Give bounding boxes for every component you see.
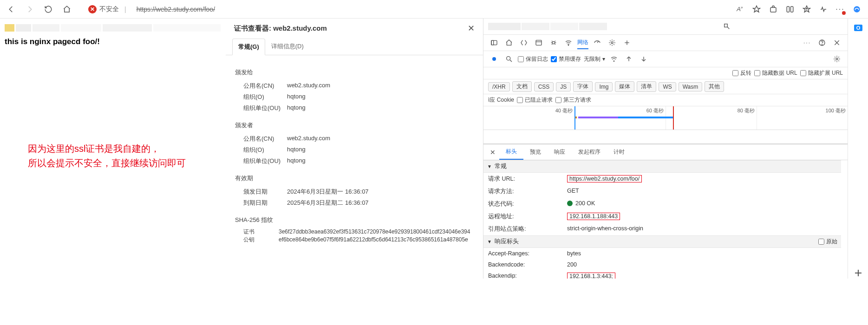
network-conditions-icon[interactable] <box>608 53 620 65</box>
network-panel-tab[interactable]: 网络 <box>577 39 588 49</box>
details-tab-timing[interactable]: 计时 <box>607 144 631 160</box>
sidebar-add-icon[interactable] <box>853 267 864 279</box>
tab-details[interactable]: 详细信息(D) <box>265 38 310 55</box>
close-icon[interactable]: ✕ <box>468 23 475 33</box>
copilot-button[interactable] <box>849 2 864 17</box>
reload-button[interactable] <box>41 2 56 17</box>
filter-img[interactable]: Img <box>595 82 613 91</box>
forward-button[interactable] <box>22 2 37 17</box>
details-close-icon[interactable]: ✕ <box>486 149 499 156</box>
disable-cache-checkbox[interactable]: 禁用缓存 <box>551 55 581 63</box>
request-method-value: GET <box>567 188 836 195</box>
invert-checkbox[interactable]: 反转 <box>732 69 751 77</box>
status-dot-icon <box>567 201 573 206</box>
third-party-checkbox[interactable]: 第三方请求 <box>555 96 591 104</box>
details-tab-headers[interactable]: 标头 <box>499 144 523 160</box>
home-button[interactable] <box>59 2 74 17</box>
annotation-note: 因为这里的ssl证书是我自建的， 所以会提示不安全，直接继续访问即可 <box>28 142 186 170</box>
certificate-viewer: 证书查看器: web2.study.com ✕ 常规(G) 详细信息(D) 颁发… <box>225 19 483 279</box>
response-headers-section[interactable]: ▼响应标头 原始 <box>483 235 841 248</box>
hide-ext-url-checkbox[interactable]: 隐藏扩展 URL <box>800 69 843 77</box>
svg-point-10 <box>568 45 568 46</box>
browser-toolbar: ✕ 不安全 | https://web2.study.com/foo/ A» ·… <box>0 0 868 19</box>
edge-sidebar: O <box>848 19 868 279</box>
not-secure-icon: ✕ <box>88 5 97 13</box>
extensions-button[interactable] <box>766 2 781 17</box>
blocked-req-checkbox[interactable]: 已阻止请求 <box>517 96 553 104</box>
issued-to-header: 颁发给 <box>235 68 474 77</box>
wellness-button[interactable] <box>816 2 831 17</box>
network-request-list[interactable] <box>483 130 848 144</box>
outlook-icon[interactable]: O <box>853 22 864 33</box>
read-aloud-button[interactable]: A» <box>732 2 747 17</box>
filter-js[interactable]: JS <box>556 82 571 91</box>
add-panel-icon[interactable] <box>621 37 633 49</box>
elements-panel-icon[interactable] <box>518 37 530 49</box>
svg-rect-6 <box>491 40 494 45</box>
publickey-fingerprint: ef6bce864be9b6e07f5f6f91a62212dbf5c6d641… <box>279 236 474 244</box>
svg-point-18 <box>492 57 496 61</box>
sources-panel-icon[interactable] <box>533 37 545 49</box>
filter-font[interactable]: 字体 <box>573 81 593 92</box>
obscured-strip <box>488 23 609 30</box>
download-har-icon[interactable] <box>638 53 650 65</box>
devtools-inspect-icon[interactable] <box>721 20 733 32</box>
favorite-button[interactable] <box>749 2 764 17</box>
filter-xhr[interactable]: /XHR <box>488 82 510 91</box>
filter-other[interactable]: 其他 <box>705 81 724 92</box>
network-settings-icon[interactable] <box>831 53 843 65</box>
filter-doc[interactable]: 文档 <box>512 81 532 92</box>
record-icon[interactable] <box>488 53 500 65</box>
collections-button[interactable] <box>799 2 814 17</box>
details-tab-preview[interactable]: 预览 <box>523 144 548 160</box>
dock-icon[interactable] <box>488 37 500 49</box>
performance-panel-icon[interactable] <box>591 37 603 49</box>
filter-css[interactable]: CSS <box>534 82 554 91</box>
upload-har-icon[interactable] <box>623 53 635 65</box>
more-tools-icon[interactable]: ··· <box>801 37 813 49</box>
issued-by-header: 颁发者 <box>235 121 474 130</box>
cert-title: 证书查看器: web2.study.com <box>234 24 327 33</box>
throttle-dropdown[interactable]: 无限制 ▾ <box>584 55 605 63</box>
devtools-close-icon[interactable] <box>831 37 843 49</box>
page-content: this is nginx pagecd foo/! 因为这里的ssl证书是我自… <box>0 19 225 279</box>
svg-rect-0 <box>770 7 776 12</box>
backend-ip-value: 192.168.1.3:443; <box>567 273 615 279</box>
network-filter-row: /XHR 文档 CSS JS 字体 Img 媒体 清单 WS Wasm 其他 <box>483 79 848 94</box>
remote-address-value: 192.168.1.188:443 <box>567 213 620 220</box>
devtools-panel-row: 网络 ··· <box>483 35 848 51</box>
svg-line-20 <box>510 60 512 62</box>
filter-manifest[interactable]: 清单 <box>637 81 656 92</box>
preserve-log-checkbox[interactable]: 保留日志 <box>518 55 548 63</box>
security-indicator[interactable]: ✕ 不安全 | <box>88 5 129 13</box>
filter-ws[interactable]: WS <box>659 82 676 91</box>
details-tab-response[interactable]: 响应 <box>548 144 572 160</box>
referrer-policy-value: strict-origin-when-cross-origin <box>567 225 836 233</box>
help-icon[interactable] <box>816 37 828 49</box>
split-screen-button[interactable] <box>783 2 797 17</box>
network-toolbar-2: 反转 隐藏数据 URL 隐藏扩展 URL <box>483 67 848 79</box>
svg-point-19 <box>507 57 510 60</box>
details-tab-initiator[interactable]: 发起程序 <box>572 144 607 160</box>
filter-media[interactable]: 媒体 <box>615 81 634 92</box>
filter-wasm[interactable]: Wasm <box>679 82 703 91</box>
debugger-icon[interactable] <box>548 37 560 49</box>
back-button[interactable] <box>4 2 19 17</box>
raw-headers-checkbox[interactable]: 原始 <box>818 238 837 246</box>
network-toolbar-1: 保留日志 禁用缓存 无限制 ▾ <box>483 51 848 67</box>
general-section-header[interactable]: ▼常规 <box>483 160 841 173</box>
address-url[interactable]: https://web2.study.com/foo/ <box>137 6 215 13</box>
svg-point-22 <box>836 58 838 60</box>
svg-point-11 <box>611 42 613 44</box>
page-body-text: this is nginx pagecd foo/! <box>5 37 221 46</box>
network-cookie-row: ì应 Cookie 已阻止请求 第三方请求 <box>483 94 848 106</box>
chevron-down-icon: ▾ <box>602 56 605 62</box>
hide-data-url-checkbox[interactable]: 隐藏数据 URL <box>754 69 797 77</box>
svg-rect-1 <box>787 6 789 12</box>
settings-icon[interactable] <box>606 37 618 49</box>
welcome-panel-icon[interactable] <box>503 37 515 49</box>
more-button[interactable]: ··· <box>833 2 848 17</box>
tab-general[interactable]: 常规(G) <box>232 39 265 55</box>
search-icon[interactable] <box>503 53 515 65</box>
network-timeline[interactable]: 40 毫秒 60 毫秒 80 毫秒 100 毫秒 <box>483 106 848 130</box>
